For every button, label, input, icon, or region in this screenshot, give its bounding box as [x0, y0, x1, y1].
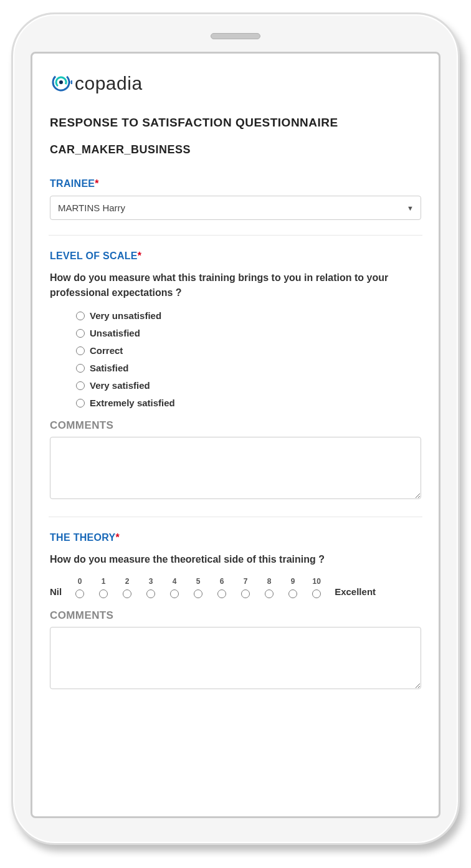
phone-frame: copadia RESPONSE TO SATISFACTION QUESTIO…: [11, 12, 460, 845]
logo: copadia: [50, 71, 421, 96]
scale-number: 3: [149, 577, 153, 586]
logo-text: copadia: [75, 73, 143, 94]
svg-rect-4: [71, 80, 72, 84]
theory-section: THE THEORY* How do you measure the theor…: [50, 532, 421, 692]
scale-number: 8: [267, 577, 272, 586]
theory-comments[interactable]: [50, 627, 421, 689]
theory-label: THE THEORY: [50, 532, 116, 543]
level-of-scale-section: LEVEL OF SCALE* How do you measure what …: [50, 250, 421, 502]
radio-label: Very satisfied: [90, 380, 150, 391]
comments-label: COMMENTS: [50, 419, 421, 432]
level-of-scale-label: LEVEL OF SCALE: [50, 250, 138, 261]
required-marker: *: [138, 250, 141, 261]
scale-number: 2: [125, 577, 130, 586]
required-marker: *: [95, 178, 98, 189]
divider: [49, 235, 422, 236]
scale-number: 4: [173, 577, 177, 586]
radio-scale-8[interactable]: [265, 589, 274, 598]
radio-scale-9[interactable]: [288, 589, 297, 598]
scale-number: 1: [102, 577, 106, 586]
phone-speaker: [211, 33, 260, 39]
radio-label: Satisfied: [90, 363, 129, 373]
radio-scale-10[interactable]: [312, 589, 321, 598]
level-of-scale-comments[interactable]: [50, 437, 421, 499]
scale-number: 10: [312, 577, 320, 586]
radio-extremely-satisfied[interactable]: [76, 399, 85, 408]
svg-point-2: [59, 80, 63, 84]
level-of-scale-options: Very unsatisfied Unsatisfied Correct Sat…: [50, 310, 421, 408]
radio-scale-2[interactable]: [123, 589, 131, 598]
trainee-label: TRAINEE: [50, 178, 95, 189]
logo-icon: [50, 71, 72, 96]
page-title: RESPONSE TO SATISFACTION QUESTIONNAIRE: [50, 116, 421, 130]
trainee-select[interactable]: MARTINS Harry: [50, 196, 421, 220]
radio-scale-4[interactable]: [170, 589, 179, 598]
scale-number: 7: [244, 577, 248, 586]
radio-label: Extremely satisfied: [90, 398, 175, 408]
radio-very-unsatisfied[interactable]: [76, 312, 85, 320]
divider: [49, 517, 422, 517]
level-of-scale-question: How do you measure what this training br…: [50, 270, 421, 300]
radio-scale-3[interactable]: [146, 589, 155, 598]
radio-scale-1[interactable]: [99, 589, 108, 598]
radio-unsatisfied[interactable]: [76, 329, 85, 338]
scale-max-label: Excellent: [328, 586, 382, 598]
radio-label: Unsatisfied: [90, 328, 140, 338]
theory-scale: Nil 0 1 2 3 4 5 6 7 8 9 10 Excellent: [50, 577, 421, 598]
required-marker: *: [116, 532, 120, 543]
scale-number: 0: [78, 577, 82, 586]
radio-very-satisfied[interactable]: [76, 381, 85, 390]
radio-satisfied[interactable]: [76, 364, 85, 373]
scale-number: 9: [291, 577, 295, 586]
comments-label: COMMENTS: [50, 609, 421, 622]
svg-rect-3: [69, 81, 70, 83]
page-subtitle: CAR_MAKER_BUSINESS: [50, 143, 421, 156]
trainee-section: TRAINEE* MARTINS Harry ▼: [50, 178, 421, 220]
scale-number: 6: [220, 577, 224, 586]
radio-label: Very unsatisfied: [90, 310, 161, 321]
radio-scale-5[interactable]: [194, 589, 202, 598]
radio-label: Correct: [90, 345, 123, 356]
scale-number: 5: [196, 577, 201, 586]
radio-scale-0[interactable]: [75, 589, 84, 598]
radio-scale-7[interactable]: [241, 589, 250, 598]
radio-correct[interactable]: [76, 346, 85, 355]
theory-question: How do you measure the theoretical side …: [50, 552, 421, 567]
scale-min-label: Nil: [50, 586, 68, 598]
radio-scale-6[interactable]: [217, 589, 226, 598]
screen: copadia RESPONSE TO SATISFACTION QUESTIO…: [31, 52, 440, 818]
